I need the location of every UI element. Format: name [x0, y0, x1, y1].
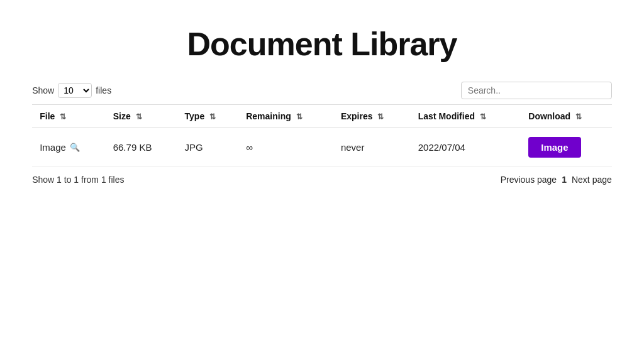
- col-last-modified[interactable]: Last Modified ⇅: [411, 105, 521, 128]
- file-table: File ⇅ Size ⇅ Type ⇅ Remaining ⇅ Expires: [32, 104, 612, 167]
- col-remaining[interactable]: Remaining ⇅: [238, 105, 333, 128]
- col-size[interactable]: Size ⇅: [106, 105, 177, 128]
- table-controls: Show 10 25 50 100 files: [32, 82, 612, 99]
- next-page-link[interactable]: Next page: [572, 175, 612, 185]
- col-file[interactable]: File ⇅: [32, 105, 105, 128]
- page-header: Document Library: [0, 0, 644, 82]
- expires-sort-icon[interactable]: ⇅: [377, 112, 384, 121]
- col-download[interactable]: Download ⇅: [521, 105, 612, 128]
- results-info: Show 1 to 1 from 1 files: [32, 175, 124, 185]
- last-modified-sort-icon[interactable]: ⇅: [480, 112, 486, 121]
- cell-download: Image: [521, 128, 612, 167]
- table-footer: Show 1 to 1 from 1 files Previous page 1…: [32, 175, 612, 185]
- type-sort-icon[interactable]: ⇅: [209, 112, 216, 121]
- previous-page-link[interactable]: Previous page: [501, 175, 557, 185]
- file-name: Image: [40, 142, 66, 153]
- cell-last-modified: 2022/07/04: [411, 128, 521, 167]
- table-container: Show 10 25 50 100 files File ⇅ Size ⇅: [32, 82, 612, 185]
- col-type[interactable]: Type ⇅: [177, 105, 239, 128]
- search-input[interactable]: [461, 82, 612, 99]
- col-expires[interactable]: Expires ⇅: [333, 105, 411, 128]
- cell-remaining: ∞: [238, 128, 333, 167]
- cell-expires: never: [333, 128, 411, 167]
- page-title: Document Library: [0, 25, 644, 63]
- download-sort-icon[interactable]: ⇅: [575, 112, 582, 121]
- current-page: 1: [562, 175, 567, 185]
- file-search-icon[interactable]: 🔍: [70, 143, 80, 152]
- table-row: Image 🔍 66.79 KB JPG ∞ never 2022/07/04 …: [32, 128, 612, 167]
- cell-file: Image 🔍: [32, 128, 105, 167]
- pagination: Previous page 1 Next page: [501, 175, 612, 185]
- show-label: Show: [32, 85, 54, 95]
- entries-select[interactable]: 10 25 50 100: [58, 83, 92, 98]
- size-sort-icon[interactable]: ⇅: [136, 112, 142, 121]
- file-sort-icon[interactable]: ⇅: [60, 112, 66, 121]
- table-header-row: File ⇅ Size ⇅ Type ⇅ Remaining ⇅ Expires: [32, 105, 612, 128]
- remaining-sort-icon[interactable]: ⇅: [296, 112, 303, 121]
- cell-type: JPG: [177, 128, 239, 167]
- files-label: files: [96, 85, 111, 95]
- cell-size: 66.79 KB: [106, 128, 177, 167]
- download-button[interactable]: Image: [528, 137, 580, 158]
- show-entries-control: Show 10 25 50 100 files: [32, 83, 111, 98]
